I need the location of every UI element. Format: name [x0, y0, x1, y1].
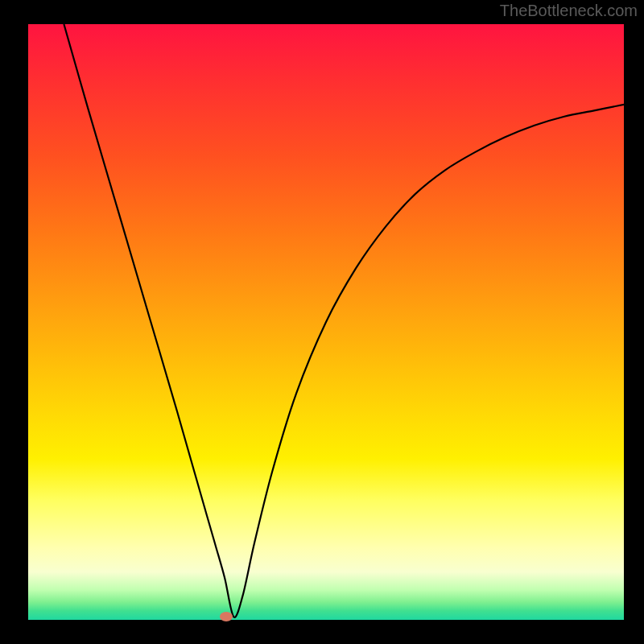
watermark-text: TheBottleneck.com [500, 2, 638, 20]
bottleneck-curve-path [64, 24, 624, 617]
chart-plot-area [28, 24, 624, 620]
optimal-point-dot [220, 612, 233, 621]
curve-svg [28, 24, 624, 620]
